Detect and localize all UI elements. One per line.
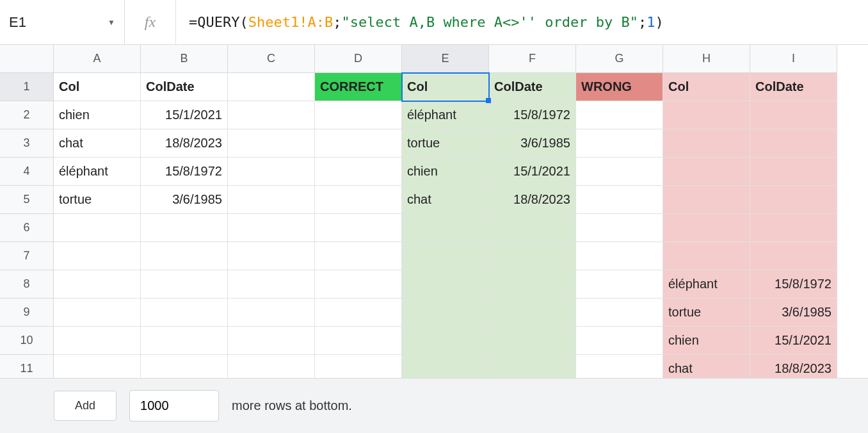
row-header-10[interactable]: 10 (0, 327, 54, 355)
cell-A2[interactable]: chien (54, 101, 141, 129)
column-header-I[interactable]: I (750, 45, 837, 73)
cell-B10[interactable] (141, 327, 228, 355)
cell-C10[interactable] (228, 327, 315, 355)
cell-F9[interactable] (489, 298, 576, 327)
cell-D4[interactable] (315, 158, 402, 186)
cell-H6[interactable] (663, 214, 750, 242)
cell-G5[interactable] (576, 186, 663, 214)
column-header-H[interactable]: H (663, 45, 750, 73)
select-all-corner[interactable] (0, 45, 54, 73)
fill-handle[interactable] (486, 98, 491, 103)
cell-D2[interactable] (315, 101, 402, 129)
cell-A3[interactable]: chat (54, 129, 141, 158)
cell-I4[interactable] (750, 158, 837, 186)
cell-D9[interactable] (315, 298, 402, 327)
cell-H7[interactable] (663, 242, 750, 270)
column-header-C[interactable]: C (228, 45, 315, 73)
cell-H10[interactable]: chien (663, 327, 750, 355)
cell-G4[interactable] (576, 158, 663, 186)
column-header-F[interactable]: F (489, 45, 576, 73)
column-header-E[interactable]: E (402, 45, 489, 73)
cell-A10[interactable] (54, 327, 141, 355)
cell-D6[interactable] (315, 214, 402, 242)
row-header-8[interactable]: 8 (0, 270, 54, 298)
cell-F1[interactable]: ColDate (489, 73, 576, 101)
cell-I6[interactable] (750, 214, 837, 242)
cell-A8[interactable] (54, 270, 141, 298)
cell-G10[interactable] (576, 327, 663, 355)
cell-B5[interactable]: 3/6/1985 (141, 186, 228, 214)
cell-D10[interactable] (315, 327, 402, 355)
cell-I1[interactable]: ColDate (750, 73, 837, 101)
cell-E8[interactable] (402, 270, 489, 298)
cell-B7[interactable] (141, 242, 228, 270)
cell-I3[interactable] (750, 129, 837, 158)
cell-A5[interactable]: tortue (54, 186, 141, 214)
cell-A9[interactable] (54, 298, 141, 327)
cell-B8[interactable] (141, 270, 228, 298)
cell-E2[interactable]: éléphant (402, 101, 489, 129)
cell-B6[interactable] (141, 214, 228, 242)
cell-A1[interactable]: Col (54, 73, 141, 101)
cell-H3[interactable] (663, 129, 750, 158)
cell-E7[interactable] (402, 242, 489, 270)
cell-H1[interactable]: Col (663, 73, 750, 101)
cell-C9[interactable] (228, 298, 315, 327)
column-header-B[interactable]: B (141, 45, 228, 73)
cell-E9[interactable] (402, 298, 489, 327)
cell-A7[interactable] (54, 242, 141, 270)
cell-I10[interactable]: 15/1/2021 (750, 327, 837, 355)
cell-I9[interactable]: 3/6/1985 (750, 298, 837, 327)
cell-C1[interactable] (228, 73, 315, 101)
add-rows-button[interactable]: Add (54, 391, 117, 421)
row-header-2[interactable]: 2 (0, 101, 54, 129)
cell-F3[interactable]: 3/6/1985 (489, 129, 576, 158)
cell-G8[interactable] (576, 270, 663, 298)
cell-E3[interactable]: tortue (402, 129, 489, 158)
cell-D3[interactable] (315, 129, 402, 158)
rows-count-input[interactable] (129, 390, 219, 421)
cell-I2[interactable] (750, 101, 837, 129)
row-header-3[interactable]: 3 (0, 129, 54, 158)
cell-C2[interactable] (228, 101, 315, 129)
cell-E6[interactable] (402, 214, 489, 242)
cell-F10[interactable] (489, 327, 576, 355)
cell-H2[interactable] (663, 101, 750, 129)
cell-G9[interactable] (576, 298, 663, 327)
cell-I5[interactable] (750, 186, 837, 214)
cell-F5[interactable]: 18/8/2023 (489, 186, 576, 214)
row-header-5[interactable]: 5 (0, 186, 54, 214)
cell-G3[interactable] (576, 129, 663, 158)
cell-C7[interactable] (228, 242, 315, 270)
cell-F2[interactable]: 15/8/1972 (489, 101, 576, 129)
column-header-D[interactable]: D (315, 45, 402, 73)
cell-F8[interactable] (489, 270, 576, 298)
cell-H9[interactable]: tortue (663, 298, 750, 327)
cell-E5[interactable]: chat (402, 186, 489, 214)
cell-B9[interactable] (141, 298, 228, 327)
cell-C6[interactable] (228, 214, 315, 242)
cell-I7[interactable] (750, 242, 837, 270)
cell-A6[interactable] (54, 214, 141, 242)
cell-E1[interactable]: Col (402, 73, 489, 101)
cell-G7[interactable] (576, 242, 663, 270)
cell-D1[interactable]: CORRECT (315, 73, 402, 101)
spreadsheet-grid[interactable]: ABCDEFGHI1ColColDateCORRECTColColDateWRO… (0, 45, 868, 383)
cell-G6[interactable] (576, 214, 663, 242)
cell-H8[interactable]: éléphant (663, 270, 750, 298)
cell-C4[interactable] (228, 158, 315, 186)
cell-F6[interactable] (489, 214, 576, 242)
row-header-4[interactable]: 4 (0, 158, 54, 186)
row-header-6[interactable]: 6 (0, 214, 54, 242)
cell-D8[interactable] (315, 270, 402, 298)
column-header-A[interactable]: A (54, 45, 141, 73)
cell-G2[interactable] (576, 101, 663, 129)
cell-I8[interactable]: 15/8/1972 (750, 270, 837, 298)
cell-C3[interactable] (228, 129, 315, 158)
cell-H4[interactable] (663, 158, 750, 186)
cell-F7[interactable] (489, 242, 576, 270)
cell-B1[interactable]: ColDate (141, 73, 228, 101)
cell-B4[interactable]: 15/8/1972 (141, 158, 228, 186)
column-header-G[interactable]: G (576, 45, 663, 73)
cell-A4[interactable]: éléphant (54, 158, 141, 186)
